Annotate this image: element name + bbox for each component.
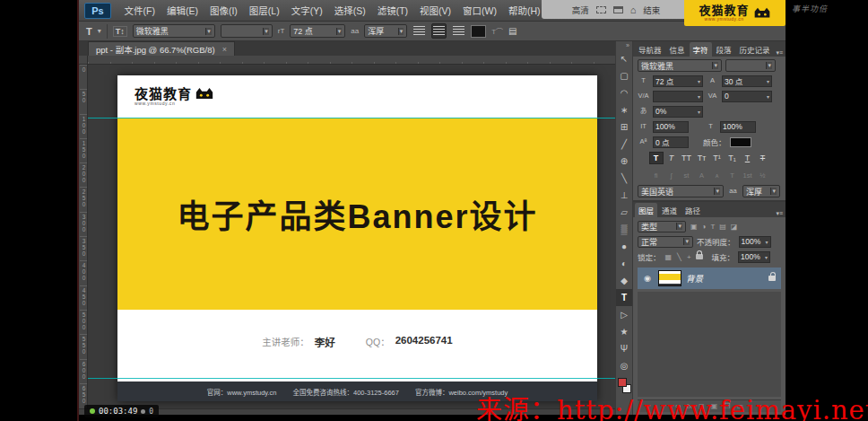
- filter-icon[interactable]: ▣: [690, 223, 699, 231]
- collapse-chevron-icon[interactable]: »: [616, 41, 632, 50]
- opentype-button[interactable]: ½: [756, 169, 770, 181]
- menu-item[interactable]: 滤镜(T): [371, 0, 413, 22]
- close-icon[interactable]: ×: [222, 45, 227, 54]
- tool-preset-chevron-icon[interactable]: ▾: [98, 27, 101, 35]
- warp-text-icon[interactable]: T⌒: [491, 26, 503, 36]
- menu-item[interactable]: 图层(L): [243, 0, 285, 22]
- type-tool-icon[interactable]: T: [86, 26, 92, 37]
- type-tool[interactable]: T: [616, 289, 632, 306]
- lock-option-icon[interactable]: ▦: [664, 253, 673, 261]
- healing-brush-tool[interactable]: ⊕: [616, 153, 632, 170]
- tab-layers[interactable]: 图层: [635, 203, 657, 217]
- font-size-select[interactable]: 72 点▾: [290, 24, 345, 38]
- blur-tool[interactable]: ●: [616, 238, 632, 255]
- menu-item[interactable]: 视图(V): [414, 0, 457, 22]
- menu-item[interactable]: 文件(F): [118, 0, 161, 22]
- strikethrough-button[interactable]: T: [756, 152, 770, 164]
- char-anti-alias-select[interactable]: 浑厚▾: [742, 185, 780, 197]
- dodge-tool[interactable]: ◐: [616, 255, 632, 272]
- text-orientation-icon[interactable]: T↕: [113, 26, 127, 37]
- guide-line[interactable]: [88, 118, 615, 118]
- filter-icon[interactable]: ▤: [718, 223, 727, 231]
- anti-alias-select[interactable]: 浑厚▾: [364, 24, 407, 38]
- menu-item[interactable]: 文字(Y): [285, 0, 328, 22]
- pen-tool[interactable]: ◆: [616, 272, 632, 289]
- lasso-tool[interactable]: ◠: [616, 84, 632, 101]
- panel-menu-icon[interactable]: ▾≡: [776, 49, 786, 57]
- path-selection-tool[interactable]: ▷: [616, 306, 632, 323]
- small-caps-button[interactable]: Tт: [695, 152, 709, 164]
- tab-channels[interactable]: 通道: [658, 203, 681, 217]
- font-size-field[interactable]: 72 点▾: [653, 75, 703, 87]
- vertical-scale-field[interactable]: 100%: [653, 121, 689, 133]
- lock-option-icon[interactable]: +: [686, 253, 692, 261]
- layer-thumbnail[interactable]: [658, 270, 681, 286]
- menu-item[interactable]: 窗口(W): [457, 0, 503, 22]
- all-caps-button[interactable]: TT: [680, 152, 694, 164]
- language-select[interactable]: 美国英语▾: [638, 185, 724, 197]
- baseline-shift-field[interactable]: 0 点: [653, 136, 689, 148]
- layer-list-empty[interactable]: [638, 292, 781, 397]
- document-tab[interactable]: ppt - 副本.jpg @ 66.7%(RGB/8) ×: [88, 41, 235, 56]
- canvas-viewport[interactable]: 夜猫教育 www.ymstudy.cn 电子产品类Banner设计 主讲老师：: [88, 65, 615, 408]
- filter-icon[interactable]: ◪: [730, 223, 739, 231]
- tracking-field[interactable]: 0▾: [722, 91, 772, 102]
- guide-line[interactable]: [88, 378, 615, 379]
- tab-history[interactable]: 历史记录: [736, 42, 774, 57]
- opentype-button[interactable]: fi: [649, 169, 664, 181]
- tab-paragraph[interactable]: 段落: [713, 42, 735, 57]
- layer-filter-select[interactable]: 类型▾: [638, 221, 686, 232]
- opacity-field[interactable]: 100%▾: [739, 236, 771, 248]
- leading-field[interactable]: 30 点▾: [722, 75, 772, 87]
- opentype-button[interactable]: ʃ: [664, 169, 679, 181]
- align-right-button[interactable]: [452, 24, 465, 38]
- quick-selection-tool[interactable]: ∗: [616, 101, 632, 118]
- menu-item[interactable]: 图像(I): [204, 0, 243, 22]
- opentype-button[interactable]: A: [695, 169, 709, 181]
- menu-item[interactable]: 编辑(E): [161, 0, 204, 22]
- opentype-button[interactable]: ᴀ: [710, 169, 725, 181]
- document-canvas[interactable]: 夜猫教育 www.ymstudy.cn 电子产品类Banner设计 主讲老师：: [117, 75, 597, 401]
- brush-tool[interactable]: ╲: [616, 170, 632, 187]
- underline-button[interactable]: T: [741, 152, 755, 164]
- text-color-swatch[interactable]: [730, 137, 751, 147]
- window-icon[interactable]: [613, 6, 623, 13]
- filter-icon[interactable]: T: [709, 223, 716, 231]
- align-center-button[interactable]: [431, 23, 447, 39]
- panel-menu-icon[interactable]: ▾≡: [776, 210, 786, 217]
- crop-tool[interactable]: ⊞: [616, 118, 632, 136]
- font-family-select[interactable]: 微软雅黑▾: [133, 24, 215, 38]
- zoom-tool[interactable]: ◎: [616, 357, 632, 374]
- faux-bold-button[interactable]: T: [649, 152, 664, 164]
- hd-button[interactable]: 高清: [572, 4, 589, 16]
- marquee-tool[interactable]: ▢: [616, 67, 632, 84]
- opentype-button[interactable]: st: [680, 169, 694, 181]
- menu-item[interactable]: 帮助(H): [503, 0, 547, 22]
- tab-navigator[interactable]: 导航器: [635, 42, 665, 57]
- tsume-field[interactable]: 0%▾: [653, 106, 703, 118]
- lock-all-icon[interactable]: [696, 254, 703, 259]
- align-left-button[interactable]: [412, 24, 426, 38]
- opentype-button[interactable]: 1st: [741, 169, 755, 181]
- tab-character[interactable]: 字符: [690, 42, 712, 57]
- filter-icon[interactable]: ◑: [701, 223, 707, 231]
- superscript-button[interactable]: T¹: [710, 152, 725, 164]
- eraser-tool[interactable]: ▱: [616, 204, 632, 221]
- gradient-tool[interactable]: ▒: [616, 221, 632, 238]
- region-select-icon[interactable]: [596, 6, 606, 13]
- tab-paths[interactable]: 路径: [681, 203, 704, 217]
- faux-italic-button[interactable]: T: [664, 152, 679, 164]
- char-font-family-select[interactable]: 微软雅黑▾: [638, 59, 722, 72]
- end-button[interactable]: 结束: [643, 4, 660, 16]
- lock-option-icon[interactable]: ╲: [676, 253, 682, 261]
- tab-info[interactable]: 信息: [666, 42, 689, 57]
- subscript-button[interactable]: T₁: [725, 152, 740, 164]
- eyedropper-tool[interactable]: ╱: [616, 136, 632, 153]
- text-color-swatch[interactable]: [471, 25, 486, 38]
- layer-row-background[interactable]: ◉ 背景: [638, 268, 781, 289]
- fill-field[interactable]: 100%▾: [738, 251, 770, 263]
- toggle-panels-icon[interactable]: ▤: [508, 26, 516, 36]
- custom-shape-tool[interactable]: ★: [616, 323, 632, 340]
- visibility-eye-icon[interactable]: ◉: [641, 274, 654, 283]
- horizontal-scale-field[interactable]: 100%: [720, 121, 756, 133]
